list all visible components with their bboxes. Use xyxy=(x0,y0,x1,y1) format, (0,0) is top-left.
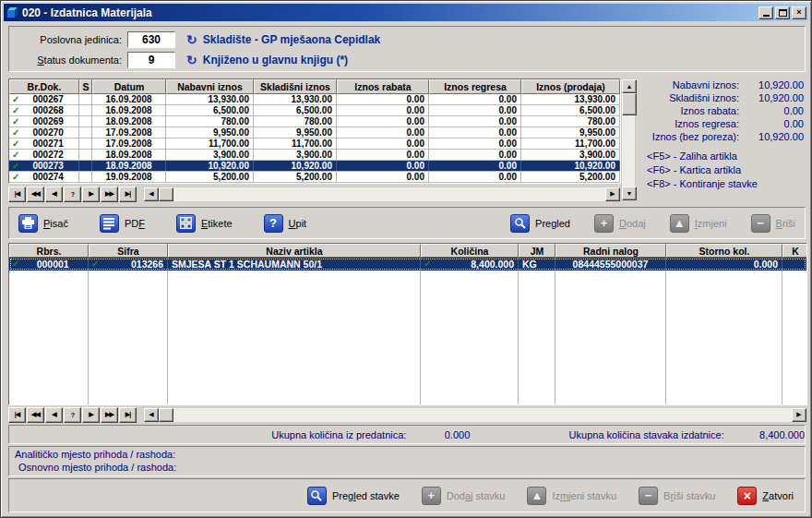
nav-first-button[interactable]: |◀ xyxy=(8,407,26,423)
table-row[interactable]: ✓00026816.09.20086,500.006,500.000.000.0… xyxy=(9,105,620,116)
nav-help-button[interactable]: ? xyxy=(64,187,81,202)
scrollbar-thumb[interactable] xyxy=(159,408,173,422)
scroll-left-button[interactable]: ◀ xyxy=(144,187,159,201)
nav-next-button[interactable]: ▶ xyxy=(82,407,100,423)
column-header-storno-kol[interactable]: Storno kol. xyxy=(666,244,782,258)
column-header-rbrs[interactable]: Rbrs. xyxy=(9,244,89,258)
check-icon: ✓ xyxy=(9,162,21,171)
column-header-iznos-regresa[interactable]: Iznos regresa xyxy=(429,79,521,94)
table-row[interactable]: ✓00027218.09.20083,900.003,900.000.000.0… xyxy=(9,150,620,161)
nav-last-button[interactable]: ▶| xyxy=(119,407,137,423)
item-jm: KG xyxy=(519,258,555,271)
zatvori-button[interactable]: ×Zatvori xyxy=(737,487,794,505)
pdf-button[interactable]: PDF xyxy=(100,214,145,233)
column-header-k[interactable]: K xyxy=(782,244,807,258)
table-row[interactable]: ✓00027017.09.20089,950.009,950.000.000.0… xyxy=(9,127,620,139)
scroll-left-button[interactable]: ◀ xyxy=(144,408,159,422)
item-row[interactable]: ✓000001 ✓013266 SMJESA ST 1 SCHAUMANN 50… xyxy=(9,258,806,271)
dodaj-button[interactable]: +Dodaj xyxy=(594,214,646,233)
column-header-naziv-artikla[interactable]: Naziv artikla xyxy=(168,244,421,258)
table-row[interactable]: ✓00026716.09.200813,930.0013,930.000.000… xyxy=(9,94,620,105)
dodaj-stavku-button[interactable]: +Dodaj stavku xyxy=(422,487,506,505)
brisi-stavku-button[interactable]: −Briši stavku xyxy=(639,487,715,505)
column-header-nabavni-iznos[interactable]: Nabavni iznos xyxy=(166,79,254,94)
etikete-button[interactable]: Etikete xyxy=(176,214,233,233)
table-row[interactable]: ✓00026918.09.2008780.00780.000.000.00780… xyxy=(9,116,620,127)
shortcut-hints: <F5> - Zaliha artikla<F6> - Kartica arti… xyxy=(641,151,807,192)
documents-table: Br.Dok.SDatumNabavni iznosSkladišni izno… xyxy=(8,78,621,184)
column-header-iznos-rabata[interactable]: Iznos rabata xyxy=(337,79,429,94)
items-table-empty-area xyxy=(9,271,806,404)
documents-navigator: |◀◀◀◀?▶▶▶▶| ◀ ▶ xyxy=(8,186,621,202)
column-header-br-dok[interactable]: Br.Dok. xyxy=(9,79,79,94)
izmjeni-button[interactable]: ▲Izmjeni xyxy=(670,214,727,233)
documents-vertical-scrollbar[interactable]: ▲ ▼ xyxy=(621,78,636,201)
brisi-button[interactable]: −Briši xyxy=(751,214,795,233)
triangle-icon: ▲ xyxy=(670,214,689,233)
column-header-jm[interactable]: JM xyxy=(519,244,555,258)
nav-next-page-button[interactable]: ▶▶ xyxy=(101,187,118,202)
pregled-stavke-button[interactable]: Pregled stavke xyxy=(307,487,400,505)
shortcut-hint: <F8> - Kontiranje stavke xyxy=(641,178,807,192)
documents-horizontal-scrollbar[interactable]: ◀ ▶ xyxy=(143,187,621,202)
table-row[interactable]: ✓00027419.09.20085,200.005,200.000.000.0… xyxy=(9,172,620,183)
izmjeni-stavku-button[interactable]: ▲Izmjeni stavku xyxy=(527,487,616,505)
column-header-kolicina[interactable]: Količina xyxy=(421,244,519,258)
table-row[interactable]: ✓00027318.09.200810,920.0010,920.000.000… xyxy=(9,161,620,172)
nav-prev-button[interactable]: ◀ xyxy=(45,187,63,202)
status-dokumenta-input[interactable] xyxy=(127,52,175,68)
refresh-icon[interactable]: ↻ xyxy=(186,33,197,46)
column-header-iznos-prodaja[interactable]: Iznos (prodaja) xyxy=(521,79,620,94)
scroll-up-button[interactable]: ▲ xyxy=(622,79,637,93)
check-icon: ✓ xyxy=(9,259,21,269)
scroll-right-button[interactable]: ▶ xyxy=(605,187,620,201)
scrollbar-thumb[interactable] xyxy=(622,93,637,115)
analiticko-mjesto-label: Analitičko mjesto prihoda / rashoda: xyxy=(15,449,799,462)
question-icon: ? xyxy=(264,214,283,233)
check-icon: ✓ xyxy=(9,151,21,160)
items-horizontal-scrollbar[interactable]: ◀ ▶ xyxy=(143,407,807,423)
upit-button[interactable]: ?Upit xyxy=(264,214,307,233)
maximize-button[interactable] xyxy=(775,6,790,19)
poslovna-jedinica-description: Skladište - GP mješaona Cepidlak xyxy=(203,33,381,46)
nav-prev-page-button[interactable]: ◀◀ xyxy=(27,187,44,202)
scroll-down-button[interactable]: ▼ xyxy=(622,187,637,200)
pregled-button[interactable]: Pregled xyxy=(510,214,570,233)
nav-first-button[interactable]: |◀ xyxy=(8,187,26,202)
close-button[interactable]: × xyxy=(792,6,806,19)
nav-next-button[interactable]: ▶ xyxy=(82,187,100,202)
status-dokumenta-label: Status dokumenta: xyxy=(15,54,127,66)
item-k xyxy=(782,258,807,271)
nav-prev-page-button[interactable]: ◀◀ xyxy=(27,407,44,423)
nav-prev-button[interactable]: ◀ xyxy=(45,407,63,423)
summary-label: Iznos (bez poreza): xyxy=(641,131,748,142)
column-header-datum[interactable]: Datum xyxy=(92,79,166,94)
summary-label: Skladišni iznos: xyxy=(641,92,748,103)
scrollbar-thumb[interactable] xyxy=(159,187,173,201)
summary-panel: Nabavni iznos:10,920.00Skladišni iznos:1… xyxy=(641,78,807,200)
scrollbar-track xyxy=(622,115,635,187)
shortcut-hint: <F5> - Zaliha artikla xyxy=(641,151,807,164)
summary-label: Iznos regresa: xyxy=(641,118,748,129)
nav-help-button[interactable]: ? xyxy=(64,407,81,423)
column-header-s[interactable]: S xyxy=(79,79,92,94)
scroll-right-button[interactable]: ▶ xyxy=(792,408,806,422)
summary-value: 10,920.00 xyxy=(748,79,807,90)
nav-last-button[interactable]: ▶| xyxy=(119,187,137,202)
pdf-icon xyxy=(100,214,119,233)
predatnica-total-value: 0.000 xyxy=(406,429,470,440)
pisac-button[interactable]: Pisač xyxy=(18,214,68,233)
table-row[interactable]: ✓00027117.09.200811,700.0011,700.000.000… xyxy=(9,139,620,150)
column-header-radni-nalog[interactable]: Radni nalog xyxy=(555,244,666,258)
check-icon: ✓ xyxy=(9,128,21,138)
refresh-icon[interactable]: ↻ xyxy=(186,54,197,66)
status-dokumenta-description: Knjiženo u glavnu knjigu (*) xyxy=(203,54,348,66)
column-header-skladisni-iznos[interactable]: Skladišni iznos xyxy=(254,79,337,94)
maximize-icon xyxy=(779,9,787,17)
documents-table-body: ✓00026716.09.200813,930.0013,930.000.000… xyxy=(9,94,620,183)
nav-next-page-button[interactable]: ▶▶ xyxy=(101,407,118,423)
column-header-sifra[interactable]: Sifra xyxy=(89,244,168,258)
minimize-button[interactable] xyxy=(758,6,773,19)
poslovna-jedinica-input[interactable] xyxy=(127,31,175,48)
predatnica-total-label: Ukupna količina iz predatnica: xyxy=(171,429,406,440)
